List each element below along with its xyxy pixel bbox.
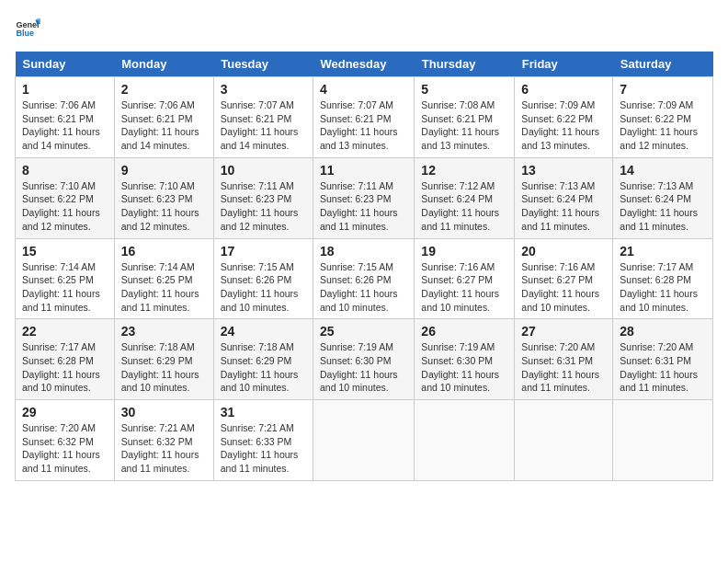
calendar-cell: 13 Sunrise: 7:13 AM Sunset: 6:24 PM Dayl… [515, 157, 613, 238]
day-info: Sunrise: 7:13 AM Sunset: 6:24 PM Dayligh… [620, 179, 706, 234]
weekday-header-row: SundayMondayTuesdayWednesdayThursdayFrid… [16, 52, 713, 77]
day-info: Sunrise: 7:17 AM Sunset: 6:28 PM Dayligh… [22, 340, 108, 395]
calendar-cell: 16 Sunrise: 7:14 AM Sunset: 6:25 PM Dayl… [114, 238, 213, 319]
day-info: Sunrise: 7:14 AM Sunset: 6:25 PM Dayligh… [121, 260, 207, 315]
calendar-cell: 7 Sunrise: 7:09 AM Sunset: 6:22 PM Dayli… [613, 77, 713, 158]
day-info: Sunrise: 7:20 AM Sunset: 6:32 PM Dayligh… [22, 421, 108, 476]
day-info: Sunrise: 7:14 AM Sunset: 6:25 PM Dayligh… [22, 260, 108, 315]
day-number: 5 [421, 82, 507, 97]
day-info: Sunrise: 7:11 AM Sunset: 6:23 PM Dayligh… [320, 179, 407, 234]
day-number: 4 [320, 82, 407, 97]
day-number: 2 [121, 82, 207, 97]
calendar-cell: 5 Sunrise: 7:08 AM Sunset: 6:21 PM Dayli… [415, 77, 515, 158]
calendar-cell: 12 Sunrise: 7:12 AM Sunset: 6:24 PM Dayl… [415, 157, 515, 238]
calendar-week-row: 15 Sunrise: 7:14 AM Sunset: 6:25 PM Dayl… [16, 238, 713, 319]
day-info: Sunrise: 7:17 AM Sunset: 6:28 PM Dayligh… [620, 260, 706, 315]
calendar-cell: 9 Sunrise: 7:10 AM Sunset: 6:23 PM Dayli… [114, 157, 213, 238]
weekday-header: Monday [114, 52, 213, 77]
calendar-week-row: 22 Sunrise: 7:17 AM Sunset: 6:28 PM Dayl… [16, 319, 713, 400]
day-number: 8 [22, 163, 108, 178]
day-info: Sunrise: 7:20 AM Sunset: 6:31 PM Dayligh… [620, 340, 706, 395]
calendar-cell: 20 Sunrise: 7:16 AM Sunset: 6:27 PM Dayl… [515, 238, 613, 319]
weekday-header: Wednesday [313, 52, 414, 77]
day-number: 28 [620, 324, 706, 339]
day-info: Sunrise: 7:10 AM Sunset: 6:22 PM Dayligh… [22, 179, 108, 234]
day-number: 18 [320, 244, 407, 259]
day-info: Sunrise: 7:15 AM Sunset: 6:26 PM Dayligh… [320, 260, 407, 315]
calendar-cell: 30 Sunrise: 7:21 AM Sunset: 6:32 PM Dayl… [114, 400, 213, 481]
day-number: 6 [521, 82, 606, 97]
day-info: Sunrise: 7:07 AM Sunset: 6:21 PM Dayligh… [221, 98, 306, 153]
weekday-header: Thursday [415, 52, 515, 77]
day-number: 14 [620, 163, 706, 178]
calendar-cell: 19 Sunrise: 7:16 AM Sunset: 6:27 PM Dayl… [415, 238, 515, 319]
day-number: 12 [421, 163, 507, 178]
calendar-week-row: 29 Sunrise: 7:20 AM Sunset: 6:32 PM Dayl… [16, 400, 713, 481]
day-number: 22 [22, 324, 108, 339]
logo: General Blue [15, 15, 40, 40]
day-number: 16 [121, 244, 207, 259]
day-info: Sunrise: 7:11 AM Sunset: 6:23 PM Dayligh… [221, 179, 306, 234]
day-number: 7 [620, 82, 706, 97]
day-info: Sunrise: 7:20 AM Sunset: 6:31 PM Dayligh… [521, 340, 606, 395]
day-info: Sunrise: 7:07 AM Sunset: 6:21 PM Dayligh… [320, 98, 407, 153]
day-number: 20 [521, 244, 606, 259]
day-number: 30 [121, 405, 207, 419]
day-info: Sunrise: 7:13 AM Sunset: 6:24 PM Dayligh… [521, 179, 606, 234]
day-info: Sunrise: 7:08 AM Sunset: 6:21 PM Dayligh… [421, 98, 507, 153]
day-info: Sunrise: 7:06 AM Sunset: 6:21 PM Dayligh… [22, 98, 108, 153]
calendar-cell: 28 Sunrise: 7:20 AM Sunset: 6:31 PM Dayl… [613, 319, 713, 400]
calendar-cell: 15 Sunrise: 7:14 AM Sunset: 6:25 PM Dayl… [16, 238, 115, 319]
calendar-week-row: 8 Sunrise: 7:10 AM Sunset: 6:22 PM Dayli… [16, 157, 713, 238]
calendar-cell: 4 Sunrise: 7:07 AM Sunset: 6:21 PM Dayli… [313, 77, 414, 158]
weekday-header: Tuesday [213, 52, 313, 77]
calendar-cell: 27 Sunrise: 7:20 AM Sunset: 6:31 PM Dayl… [515, 319, 613, 400]
calendar-cell [515, 400, 613, 481]
logo-icon: General Blue [15, 15, 40, 40]
calendar-cell: 22 Sunrise: 7:17 AM Sunset: 6:28 PM Dayl… [16, 319, 115, 400]
svg-text:Blue: Blue [16, 29, 34, 38]
day-number: 15 [22, 244, 108, 259]
calendar-cell [313, 400, 414, 481]
calendar-cell: 25 Sunrise: 7:19 AM Sunset: 6:30 PM Dayl… [313, 319, 414, 400]
calendar-cell: 10 Sunrise: 7:11 AM Sunset: 6:23 PM Dayl… [213, 157, 313, 238]
day-number: 21 [620, 244, 706, 259]
day-number: 17 [221, 244, 306, 259]
day-number: 25 [320, 324, 407, 339]
calendar-cell: 18 Sunrise: 7:15 AM Sunset: 6:26 PM Dayl… [313, 238, 414, 319]
calendar-cell: 24 Sunrise: 7:18 AM Sunset: 6:29 PM Dayl… [213, 319, 313, 400]
calendar-cell: 3 Sunrise: 7:07 AM Sunset: 6:21 PM Dayli… [213, 77, 313, 158]
day-number: 10 [221, 163, 306, 178]
day-info: Sunrise: 7:18 AM Sunset: 6:29 PM Dayligh… [121, 340, 207, 395]
calendar-cell: 26 Sunrise: 7:19 AM Sunset: 6:30 PM Dayl… [415, 319, 515, 400]
day-info: Sunrise: 7:09 AM Sunset: 6:22 PM Dayligh… [521, 98, 606, 153]
page-header: General Blue [15, 15, 713, 40]
day-number: 31 [221, 405, 306, 419]
day-number: 9 [121, 163, 207, 178]
day-info: Sunrise: 7:21 AM Sunset: 6:32 PM Dayligh… [121, 421, 207, 476]
calendar-cell: 14 Sunrise: 7:13 AM Sunset: 6:24 PM Dayl… [613, 157, 713, 238]
day-number: 26 [421, 324, 507, 339]
day-info: Sunrise: 7:16 AM Sunset: 6:27 PM Dayligh… [421, 260, 507, 315]
day-info: Sunrise: 7:12 AM Sunset: 6:24 PM Dayligh… [421, 179, 507, 234]
calendar-cell: 17 Sunrise: 7:15 AM Sunset: 6:26 PM Dayl… [213, 238, 313, 319]
day-info: Sunrise: 7:06 AM Sunset: 6:21 PM Dayligh… [121, 98, 207, 153]
day-info: Sunrise: 7:19 AM Sunset: 6:30 PM Dayligh… [320, 340, 407, 395]
calendar-cell: 8 Sunrise: 7:10 AM Sunset: 6:22 PM Dayli… [16, 157, 115, 238]
calendar-cell [613, 400, 713, 481]
day-number: 1 [22, 82, 108, 97]
day-info: Sunrise: 7:10 AM Sunset: 6:23 PM Dayligh… [121, 179, 207, 234]
weekday-header: Sunday [16, 52, 115, 77]
day-info: Sunrise: 7:09 AM Sunset: 6:22 PM Dayligh… [620, 98, 706, 153]
day-number: 27 [521, 324, 606, 339]
calendar-cell: 2 Sunrise: 7:06 AM Sunset: 6:21 PM Dayli… [114, 77, 213, 158]
day-info: Sunrise: 7:19 AM Sunset: 6:30 PM Dayligh… [421, 340, 507, 395]
day-number: 13 [521, 163, 606, 178]
day-info: Sunrise: 7:18 AM Sunset: 6:29 PM Dayligh… [221, 340, 306, 395]
calendar-cell [415, 400, 515, 481]
calendar-cell: 31 Sunrise: 7:21 AM Sunset: 6:33 PM Dayl… [213, 400, 313, 481]
day-info: Sunrise: 7:16 AM Sunset: 6:27 PM Dayligh… [521, 260, 606, 315]
day-number: 29 [22, 405, 108, 419]
day-number: 19 [421, 244, 507, 259]
calendar-week-row: 1 Sunrise: 7:06 AM Sunset: 6:21 PM Dayli… [16, 77, 713, 158]
